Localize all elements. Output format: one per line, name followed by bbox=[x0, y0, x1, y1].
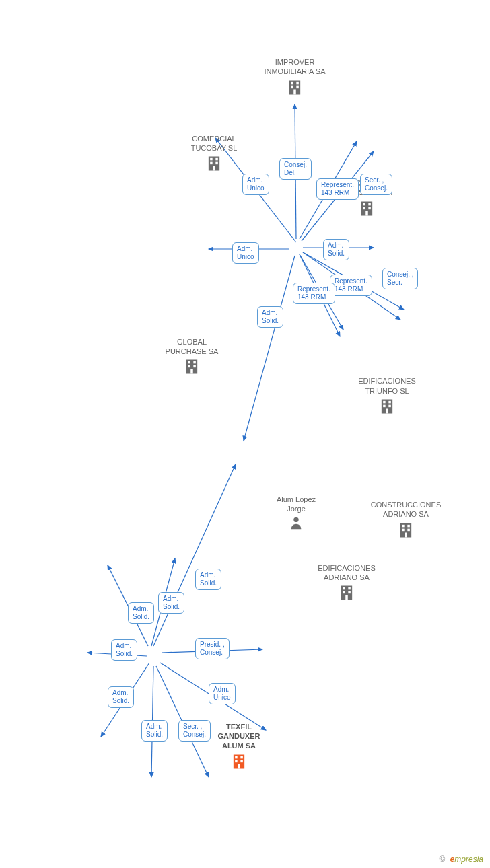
svg-rect-45 bbox=[383, 401, 386, 404]
svg-rect-25 bbox=[293, 89, 296, 94]
copyright-symbol: © bbox=[439, 855, 445, 864]
building-icon bbox=[378, 397, 396, 416]
svg-rect-59 bbox=[343, 591, 345, 594]
role-adm-unico: Adm. Unico bbox=[242, 174, 269, 195]
role-adm-solid: Adm. Solid. bbox=[141, 720, 168, 742]
svg-rect-37 bbox=[365, 211, 368, 215]
svg-rect-64 bbox=[235, 756, 238, 758]
role-adm-solid: Adm. Solid. bbox=[158, 592, 184, 614]
svg-rect-68 bbox=[238, 764, 240, 768]
brand-rest: mpresia bbox=[454, 855, 483, 864]
footer-brand: © empresia bbox=[439, 855, 483, 864]
node-improver[interactable]: IMPROVER INMOBILIARIA SA bbox=[254, 57, 335, 97]
svg-rect-24 bbox=[296, 85, 299, 88]
svg-rect-58 bbox=[348, 587, 351, 590]
svg-line-10 bbox=[244, 256, 295, 441]
company-label: EDIFICACIONES TRIUNFO SL bbox=[347, 376, 427, 396]
svg-rect-65 bbox=[240, 756, 243, 758]
role-adm-unico: Adm. Unico bbox=[232, 242, 259, 264]
svg-rect-43 bbox=[190, 369, 193, 374]
svg-rect-27 bbox=[210, 158, 213, 161]
role-adm-solid: Adm. Solid. bbox=[257, 306, 283, 328]
svg-rect-67 bbox=[240, 760, 243, 762]
role-secr-consej: Secr. , Consej. bbox=[178, 720, 211, 742]
building-icon bbox=[396, 521, 415, 540]
role-adm-solid: Adm. Solid. bbox=[111, 639, 137, 661]
svg-rect-21 bbox=[291, 81, 293, 84]
role-consej-del: Consej. Del. bbox=[279, 158, 312, 180]
company-label: CONSTRUCCIONES ADRIANO SA bbox=[365, 500, 446, 519]
role-adm-solid: Adm. Solid. bbox=[323, 239, 349, 260]
svg-rect-29 bbox=[210, 162, 213, 165]
company-label: COMERCIAL TUCOBAY SL bbox=[174, 134, 254, 153]
node-focus-texfil[interactable]: TEXFIL GANDUXER ALUM SA bbox=[199, 722, 279, 771]
svg-rect-39 bbox=[188, 361, 190, 364]
role-adm-solid: Adm. Solid. bbox=[108, 686, 134, 708]
company-label: EDIFICACIONES ADRIANO SA bbox=[306, 563, 387, 583]
role-secr-consej: Secr. , Consej. bbox=[360, 174, 392, 195]
building-icon bbox=[337, 583, 356, 602]
svg-point-62 bbox=[293, 517, 298, 522]
svg-rect-34 bbox=[368, 203, 371, 206]
role-represent-143: Represent. 143 RRM bbox=[330, 275, 372, 296]
company-label: IMPROVER INMOBILIARIA SA bbox=[254, 57, 335, 77]
svg-rect-60 bbox=[348, 591, 351, 594]
svg-rect-41 bbox=[188, 365, 190, 368]
svg-rect-46 bbox=[388, 401, 391, 404]
building-icon bbox=[230, 752, 248, 771]
role-adm-solid: Adm. Solid. bbox=[195, 569, 221, 590]
node-construcciones-adriano[interactable]: CONSTRUCCIONES ADRIANO SA bbox=[365, 500, 446, 540]
node-global-purchase[interactable]: GLOBAL PURCHASE SA bbox=[151, 337, 232, 377]
svg-rect-55 bbox=[405, 532, 407, 537]
svg-rect-49 bbox=[386, 408, 388, 413]
building-icon bbox=[357, 199, 376, 218]
svg-rect-36 bbox=[368, 207, 371, 209]
svg-rect-57 bbox=[343, 587, 345, 590]
svg-rect-66 bbox=[235, 760, 238, 762]
svg-rect-61 bbox=[345, 595, 348, 600]
node-tucobay[interactable]: COMERCIAL TUCOBAY SL bbox=[174, 134, 254, 174]
role-consej-secr: Consej. , Secr. bbox=[382, 268, 418, 289]
svg-rect-30 bbox=[215, 162, 218, 165]
svg-rect-28 bbox=[215, 158, 218, 161]
person-label: Alum Lopez Jorge bbox=[256, 495, 337, 514]
svg-rect-52 bbox=[407, 524, 410, 527]
node-triunfo[interactable]: EDIFICACIONES TRIUNFO SL bbox=[347, 376, 427, 416]
svg-rect-35 bbox=[363, 207, 365, 209]
svg-rect-22 bbox=[296, 81, 299, 84]
svg-rect-53 bbox=[402, 528, 405, 531]
svg-rect-40 bbox=[193, 361, 196, 364]
svg-rect-48 bbox=[388, 405, 391, 408]
building-icon bbox=[205, 154, 223, 173]
svg-rect-51 bbox=[402, 524, 405, 527]
svg-rect-42 bbox=[193, 365, 196, 368]
svg-rect-54 bbox=[407, 528, 410, 531]
role-presid-consej: Presid. , Consej. bbox=[195, 638, 230, 659]
svg-rect-33 bbox=[363, 203, 365, 206]
svg-line-11 bbox=[153, 464, 236, 646]
role-adm-unico: Adm. Unico bbox=[209, 683, 236, 704]
company-label: GLOBAL PURCHASE SA bbox=[151, 337, 232, 357]
role-represent-143: Represent. 143 RRM bbox=[316, 178, 359, 200]
building-icon bbox=[285, 78, 304, 97]
role-adm-solid: Adm. Solid. bbox=[128, 602, 154, 624]
svg-rect-23 bbox=[291, 85, 293, 88]
node-edificaciones-adriano[interactable]: EDIFICACIONES ADRIANO SA bbox=[306, 563, 387, 603]
svg-rect-47 bbox=[383, 405, 386, 408]
company-label: TEXFIL GANDUXER ALUM SA bbox=[199, 722, 279, 751]
person-icon bbox=[289, 515, 304, 530]
node-person-alum-lopez[interactable]: Alum Lopez Jorge bbox=[256, 495, 337, 530]
building-icon bbox=[182, 357, 201, 376]
svg-rect-31 bbox=[213, 166, 215, 171]
role-represent-143: Represent. 143 RRM bbox=[293, 283, 335, 304]
